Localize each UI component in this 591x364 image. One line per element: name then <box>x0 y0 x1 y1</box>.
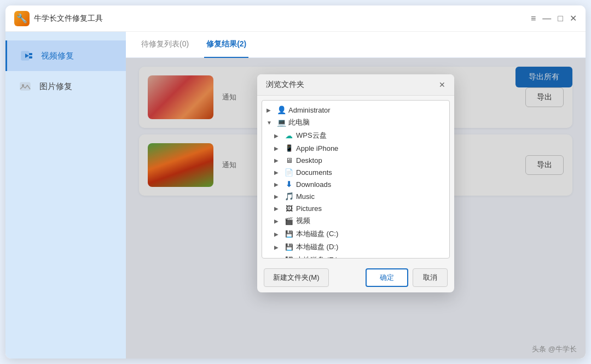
dialog-title: 浏览文件夹 <box>266 80 304 90</box>
icon-pictures: 🖼 <box>284 204 294 213</box>
label-disk-e: 本地磁盘 (E:) <box>296 255 338 258</box>
dialog-overlay: 浏览文件夹 ✕ ▶ 👤 Administrator <box>126 58 586 359</box>
icon-this-pc: 💻 <box>276 118 286 127</box>
chevron-wps-cloud: ▶ <box>274 133 282 139</box>
label-downloads: Downloads <box>296 180 331 189</box>
close-icon[interactable]: ✕ <box>570 13 577 24</box>
chevron-desktop: ▶ <box>274 157 282 163</box>
chevron-disk-d: ▶ <box>274 244 282 250</box>
chevron-music: ▶ <box>274 193 282 199</box>
label-desktop: Desktop <box>296 156 322 165</box>
icon-documents: 📄 <box>284 168 294 177</box>
tree-item-desktop[interactable]: ▶ 🖥 Desktop <box>262 154 449 166</box>
label-apple-iphone: Apple iPhone <box>296 144 338 152</box>
app-title: 牛学长文件修复工具 <box>34 14 103 24</box>
tree-item-documents[interactable]: ▶ 📄 Documents <box>262 166 449 178</box>
chevron-pictures: ▶ <box>274 206 282 212</box>
chevron-videos: ▶ <box>274 218 282 224</box>
label-disk-d: 本地磁盘 (D:) <box>296 242 338 252</box>
svg-rect-2 <box>29 53 32 55</box>
icon-desktop: 🖥 <box>284 156 294 165</box>
svg-rect-3 <box>29 56 32 58</box>
tabs-bar: 待修复列表(0) 修复结果(2) <box>126 32 586 58</box>
tree-item-videos[interactable]: ▶ 🎬 视频 <box>262 214 449 227</box>
label-administrator: Administrator <box>288 106 331 114</box>
icon-administrator: 👤 <box>276 105 286 114</box>
app-body: 视频修复 图片修复 待修复列表(0) <box>5 32 586 359</box>
title-left: 🔧 牛学长文件修复工具 <box>14 11 103 26</box>
tree-item-disk-d[interactable]: ▶ 💾 本地磁盘 (D:) <box>262 240 449 254</box>
label-this-pc: 此电脑 <box>288 118 310 127</box>
label-disk-c: 本地磁盘 (C:) <box>296 229 338 239</box>
browse-folder-dialog: 浏览文件夹 ✕ ▶ 👤 Administrator <box>257 74 454 292</box>
tree-item-music[interactable]: ▶ 🎵 Music <box>262 190 449 202</box>
icon-videos: 🎬 <box>284 216 294 225</box>
main-content: 待修复列表(0) 修复结果(2) 导出所有 通知 导出 <box>126 32 586 359</box>
label-pictures: Pictures <box>296 204 322 213</box>
tab-pending[interactable]: 待修复列表(0) <box>139 32 191 58</box>
tree-item-pictures[interactable]: ▶ 🖼 Pictures <box>262 202 449 214</box>
dialog-header: 浏览文件夹 ✕ <box>257 74 454 96</box>
cancel-button[interactable]: 取消 <box>413 268 448 287</box>
chevron-downloads: ▶ <box>274 181 282 187</box>
icon-music: 🎵 <box>284 192 294 201</box>
tree-item-disk-e[interactable]: ▶ 💾 本地磁盘 (E:) <box>262 254 449 258</box>
dialog-close-button[interactable]: ✕ <box>439 80 445 89</box>
sidebar-item-image-repair[interactable]: 图片修复 <box>5 71 126 102</box>
label-documents: Documents <box>296 168 332 177</box>
label-music: Music <box>296 192 315 201</box>
tree-item-downloads[interactable]: ▶ ⬇ Downloads <box>262 178 449 190</box>
icon-wps-cloud: ☁ <box>284 131 294 140</box>
app-logo: 🔧 <box>14 11 30 26</box>
content-area: 导出所有 通知 导出 通知 导出 <box>126 58 586 359</box>
chevron-apple-iphone: ▶ <box>274 145 282 151</box>
icon-disk-e: 💾 <box>284 256 294 258</box>
title-controls: ≡ — □ ✕ <box>531 13 577 24</box>
app-window: 🔧 牛学长文件修复工具 ≡ — □ ✕ 视频修复 <box>5 5 586 359</box>
tree-item-administrator[interactable]: ▶ 👤 Administrator <box>262 104 449 116</box>
minimize-icon[interactable]: — <box>542 14 551 24</box>
chevron-disk-c: ▶ <box>274 231 282 237</box>
tree-item-apple-iphone[interactable]: ▶ 📱 Apple iPhone <box>262 142 449 154</box>
folder-tree[interactable]: ▶ 👤 Administrator ▼ 💻 此电脑 <box>262 101 449 258</box>
sidebar: 视频修复 图片修复 <box>5 32 126 359</box>
menu-icon[interactable]: ≡ <box>531 14 536 24</box>
maximize-icon[interactable]: □ <box>558 14 563 24</box>
dialog-footer: 新建文件夹(M) 确定 取消 <box>257 263 454 292</box>
icon-disk-c: 💾 <box>284 230 294 238</box>
confirm-button[interactable]: 确定 <box>366 268 408 287</box>
dialog-body: ▶ 👤 Administrator ▼ 💻 此电脑 <box>262 100 450 259</box>
dialog-footer-right: 确定 取消 <box>366 268 448 287</box>
chevron-disk-e: ▶ <box>274 257 282 259</box>
tree-item-wps-cloud[interactable]: ▶ ☁ WPS云盘 <box>262 129 449 142</box>
sidebar-label-video: 视频修复 <box>41 51 74 61</box>
image-repair-icon <box>16 78 34 95</box>
tab-results[interactable]: 修复结果(2) <box>204 32 248 58</box>
title-bar: 🔧 牛学长文件修复工具 ≡ — □ ✕ <box>5 5 586 32</box>
icon-disk-d: 💾 <box>284 243 294 251</box>
chevron-this-pc: ▼ <box>266 120 274 126</box>
chevron-administrator: ▶ <box>266 107 274 113</box>
sidebar-item-video-repair[interactable]: 视频修复 <box>5 40 126 71</box>
video-repair-icon <box>18 47 36 64</box>
tree-item-this-pc[interactable]: ▼ 💻 此电脑 <box>262 116 449 129</box>
sidebar-label-image: 图片修复 <box>39 81 72 92</box>
chevron-documents: ▶ <box>274 169 282 175</box>
label-videos: 视频 <box>296 216 310 226</box>
icon-downloads: ⬇ <box>284 180 294 189</box>
tree-item-disk-c[interactable]: ▶ 💾 本地磁盘 (C:) <box>262 227 449 240</box>
label-wps-cloud: WPS云盘 <box>296 131 327 140</box>
new-folder-button[interactable]: 新建文件夹(M) <box>264 268 329 287</box>
icon-apple-iphone: 📱 <box>284 144 294 152</box>
